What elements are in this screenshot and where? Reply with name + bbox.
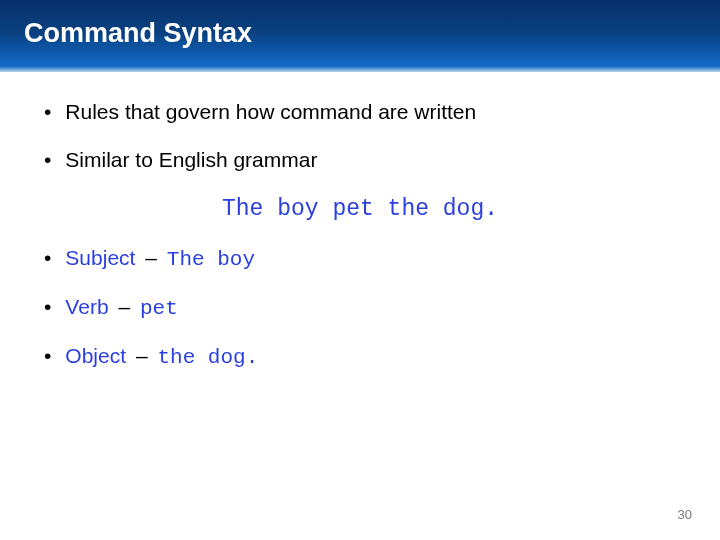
bullet-item: • Object – the dog.	[44, 344, 676, 369]
item-dash: –	[118, 295, 130, 318]
item-label: Subject	[65, 246, 135, 269]
bullet-icon: •	[44, 345, 51, 366]
bullet-item: • Subject – The boy	[44, 246, 676, 271]
bullet-icon: •	[44, 247, 51, 268]
item-label: Verb	[65, 295, 108, 318]
example-sentence: The boy pet the dog.	[44, 196, 676, 222]
bullet-item: • Similar to English grammar	[44, 148, 676, 172]
bullet-text: Rules that govern how command are writte…	[65, 100, 476, 124]
bullet-icon: •	[44, 101, 51, 122]
item-label: Object	[65, 344, 126, 367]
bullet-item: • Rules that govern how command are writ…	[44, 100, 676, 124]
item-dash: –	[136, 344, 148, 367]
item-mono: The boy	[167, 248, 255, 271]
slide-header: Command Syntax	[0, 0, 720, 72]
page-number: 30	[678, 507, 692, 522]
bullet-text: Similar to English grammar	[65, 148, 317, 172]
bullet-icon: •	[44, 296, 51, 317]
item-mono: pet	[140, 297, 178, 320]
slide-content: • Rules that govern how command are writ…	[0, 72, 720, 369]
item-dash: –	[145, 246, 157, 269]
bullet-item: • Verb – pet	[44, 295, 676, 320]
slide-title: Command Syntax	[24, 18, 720, 49]
item-mono: the dog.	[157, 346, 258, 369]
bullet-icon: •	[44, 149, 51, 170]
